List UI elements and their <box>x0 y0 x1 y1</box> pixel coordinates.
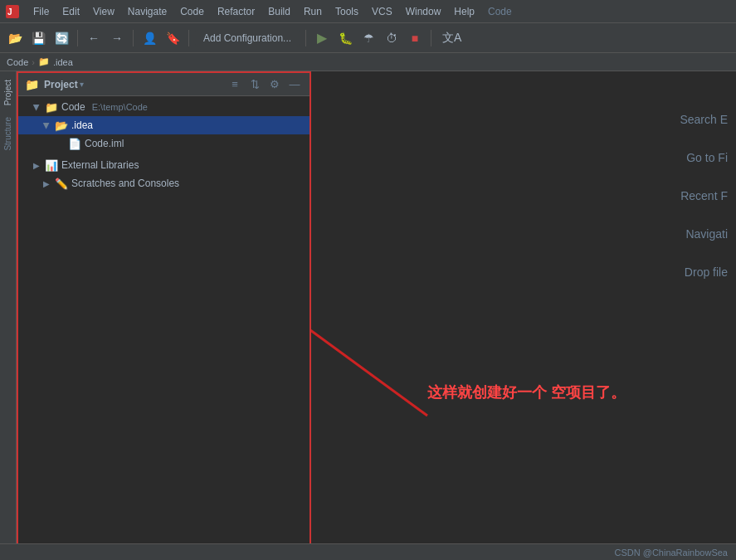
sidebar-tab-project[interactable]: Project <box>1 75 15 110</box>
open-folder-btn[interactable]: 📂 <box>5 28 25 48</box>
annotation-text: 这样就创建好一个 空项目了。 <box>427 382 626 402</box>
dropdown-arrow-icon: ▾ <box>80 80 84 89</box>
libs-icon: 📊 <box>45 159 58 172</box>
debug-btn[interactable]: 🐛 <box>335 28 355 48</box>
breadcrumb-bar: Code › 📁 .idea <box>0 53 736 71</box>
expand-arrow-code[interactable]: ▶ <box>32 102 41 112</box>
menu-items: File Edit View Navigate Code Refactor Bu… <box>27 3 519 20</box>
app-logo: J <box>3 2 22 21</box>
expand-arrow-libs[interactable]: ▶ <box>32 161 41 170</box>
menu-edit[interactable]: Edit <box>56 3 86 20</box>
menu-file[interactable]: File <box>27 3 56 20</box>
header-actions: ≡ ⇅ ⚙ — <box>227 76 303 93</box>
sidebar-tab-structure[interactable]: Structure <box>1 112 15 156</box>
menu-bar: J File Edit View Navigate Code Refactor … <box>0 0 736 23</box>
project-panel: 📁 Project ▾ ≡ ⇅ ⚙ — ▶ 📁 Code E:\temp\Cod… <box>17 71 311 560</box>
right-area: 这样就创建好一个 空项目了。 Search E Go to Fi Recent … <box>311 71 736 560</box>
tree-item-iml-label: Code.iml <box>85 138 124 149</box>
main-layout: Project Structure 📁 Project ▾ ≡ ⇅ ⚙ — ▶ … <box>0 71 736 560</box>
collapse-all-btn[interactable]: ≡ <box>227 76 243 93</box>
red-arrow-overlay <box>311 71 736 445</box>
add-configuration-btn[interactable]: Add Configuration... <box>195 30 300 46</box>
idea-folder-icon: 📂 <box>55 119 68 132</box>
right-panel-navigate[interactable]: Navigati <box>680 227 736 241</box>
menu-code[interactable]: Code <box>173 3 211 20</box>
forward-btn[interactable]: → <box>107 28 127 48</box>
bottom-status-bar: CSDN @ChinaRainbowSea <box>0 543 736 560</box>
project-tree: ▶ 📁 Code E:\temp\Code ▶ 📂 .idea ▶ 📄 Code… <box>18 96 310 558</box>
tree-item-idea-label: .idea <box>71 119 93 131</box>
project-title: Project <box>44 79 78 90</box>
right-panel-search[interactable]: Search E <box>680 113 736 126</box>
tree-item-libs-label: External Libraries <box>61 159 139 171</box>
tree-item-code-path: E:\temp\Code <box>92 102 148 112</box>
run-btn[interactable]: ▶ <box>312 28 332 48</box>
settings-btn[interactable]: ⚙ <box>266 76 283 93</box>
tree-item-ext-libs[interactable]: ▶ 📊 External Libraries <box>18 156 310 174</box>
tree-item-code-label: Code <box>61 101 85 113</box>
menu-view[interactable]: View <box>86 3 121 20</box>
project-dropdown[interactable]: Project ▾ <box>44 79 84 90</box>
tree-item-code-iml[interactable]: ▶ 📄 Code.iml <box>18 134 310 153</box>
breadcrumb-folder-icon: 📁 <box>38 56 50 67</box>
breadcrumb-code[interactable]: Code <box>7 57 28 67</box>
stop-btn[interactable]: ■ <box>405 28 425 48</box>
user-btn[interactable]: 👤 <box>139 28 159 48</box>
separator-3 <box>188 30 189 46</box>
svg-text:J: J <box>7 7 12 17</box>
menu-build[interactable]: Build <box>261 3 297 20</box>
menu-refactor[interactable]: Refactor <box>211 3 261 20</box>
right-panel-recent[interactable]: Recent F <box>680 189 736 202</box>
separator-4 <box>305 30 306 46</box>
breadcrumb-sep: › <box>32 57 35 67</box>
minimize-panel-btn[interactable]: — <box>286 76 303 93</box>
menu-run[interactable]: Run <box>297 3 329 20</box>
right-panel-items: Search E Go to Fi Recent F Navigati Drop… <box>680 113 736 279</box>
separator-1 <box>77 30 78 46</box>
translate-btn[interactable]: 文A <box>437 29 466 47</box>
sort-btn[interactable]: ⇅ <box>246 76 263 93</box>
separator-5 <box>431 30 431 46</box>
menu-help[interactable]: Help <box>447 3 481 20</box>
sidebar-tabs: Project Structure <box>0 71 17 560</box>
profile-btn[interactable]: ⏱ <box>382 28 402 48</box>
project-folder-icon: 📁 <box>25 78 39 91</box>
sync-btn[interactable]: 🔄 <box>51 28 71 48</box>
expand-arrow-idea[interactable]: ▶ <box>42 120 51 130</box>
coverage-btn[interactable]: ☂ <box>358 28 378 48</box>
tree-item-idea[interactable]: ▶ 📂 .idea <box>18 116 310 134</box>
menu-code2: Code <box>481 3 519 20</box>
back-btn[interactable]: ← <box>84 28 104 48</box>
tree-item-scratches[interactable]: ▶ ✏️ Scratches and Consoles <box>18 174 310 192</box>
svg-line-3 <box>311 167 427 416</box>
bookmark-btn[interactable]: 🔖 <box>163 28 183 48</box>
expand-arrow-scratches[interactable]: ▶ <box>41 179 51 188</box>
toolbar: 📂 💾 🔄 ← → 👤 🔖 Add Configuration... ▶ 🐛 ☂… <box>0 23 736 53</box>
project-header: 📁 Project ▾ ≡ ⇅ ⚙ — <box>18 73 310 96</box>
tree-item-code-project[interactable]: ▶ 📁 Code E:\temp\Code <box>18 98 310 116</box>
menu-window[interactable]: Window <box>399 3 448 20</box>
tree-item-scratches-label: Scratches and Consoles <box>71 178 179 189</box>
menu-vcs[interactable]: VCS <box>365 3 399 20</box>
right-panel-goto[interactable]: Go to Fi <box>680 151 736 164</box>
menu-navigate[interactable]: Navigate <box>121 3 173 20</box>
credit-text: CSDN @ChinaRainbowSea <box>614 548 728 558</box>
separator-2 <box>133 30 134 46</box>
project-folder-icon-tree: 📁 <box>45 101 58 114</box>
breadcrumb-idea[interactable]: .idea <box>53 57 73 67</box>
right-panel-drop[interactable]: Drop file <box>680 265 736 279</box>
iml-file-icon: 📄 <box>68 138 81 150</box>
menu-tools[interactable]: Tools <box>329 3 365 20</box>
save-btn[interactable]: 💾 <box>28 28 48 48</box>
scratches-icon: ✏️ <box>55 178 68 190</box>
